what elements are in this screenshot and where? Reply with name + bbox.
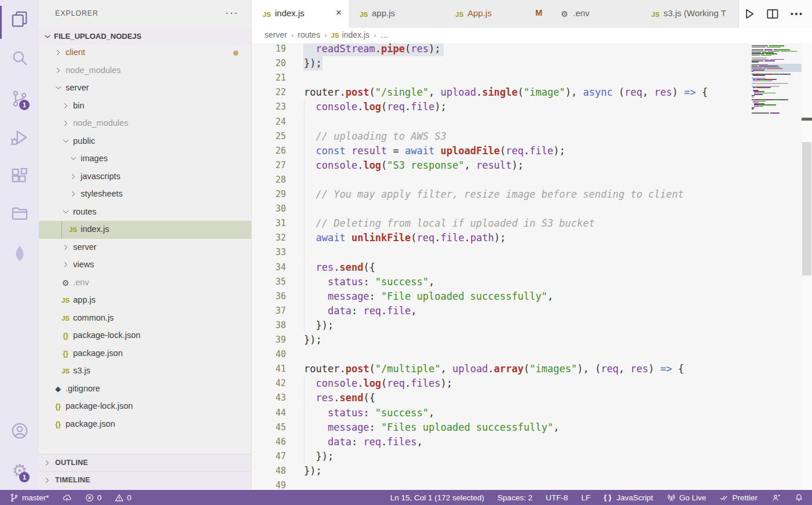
tree-item-package.json[interactable]: {}package.json <box>39 416 251 434</box>
code-text: }); <box>304 318 334 333</box>
code-line-20: 20}); <box>252 56 812 71</box>
project-root-header[interactable]: FILE_UPLOAD_NODEJS <box>39 28 251 45</box>
breadcrumb-item[interactable]: routes <box>298 30 320 39</box>
tree-item-package-lock.json[interactable]: {}package-lock.json <box>39 398 251 416</box>
activity-item-extensions[interactable] <box>0 161 39 193</box>
code-text: }); <box>304 56 322 71</box>
chevron-down-icon <box>69 154 78 164</box>
activity-item-settings[interactable]: ⚙1 <box>0 455 39 487</box>
panel-header-outline[interactable]: OUTLINE <box>39 454 251 472</box>
explorer-more-actions-icon[interactable]: ··· <box>225 6 238 19</box>
tree-item-app.js[interactable]: JSapp.js <box>39 292 251 310</box>
code-text: readStream.pipe(res); <box>304 43 441 56</box>
activity-item-search[interactable] <box>0 42 39 74</box>
activity-item-source-control[interactable]: 1 <box>0 82 39 115</box>
status-cursor-position[interactable]: Ln 15, Col 1 (172 selected) <box>389 490 485 505</box>
breadcrumb-item[interactable]: server <box>264 30 287 39</box>
line-number: 19 <box>252 43 286 56</box>
extensions-icon <box>10 167 30 187</box>
tree-item-stylesheets[interactable]: stylesheets <box>39 186 251 204</box>
activity-item-explorer[interactable] <box>0 3 39 35</box>
tree-item-server[interactable]: server <box>39 239 251 257</box>
activity-item-remote-explorer[interactable] <box>0 197 39 230</box>
accounts-icon <box>10 421 30 441</box>
code-line-47: 47 }); <box>252 449 812 464</box>
status-feedback[interactable] <box>770 490 782 505</box>
tree-item-.gitignore[interactable]: ◆.gitignore <box>39 380 251 398</box>
breadcrumb-item[interactable]: … <box>380 30 388 39</box>
tree-item-index.js[interactable]: JSindex.js <box>39 221 251 239</box>
status-warnings[interactable]: 0 <box>113 490 133 505</box>
status-label: Ln 15, Col 1 (172 selected) <box>390 493 484 502</box>
more-actions-icon[interactable] <box>789 6 804 21</box>
tab-index.js[interactable]: JSindex.js× <box>252 0 349 28</box>
tree-item-s3.js[interactable]: JSs3.js <box>39 362 251 380</box>
status-prettier[interactable]: Prettier <box>718 490 759 505</box>
folder-label: server <box>66 83 89 92</box>
breadcrumb-item[interactable]: JSindex.js <box>331 30 370 39</box>
code-line-28: 28 <box>252 173 812 187</box>
tree-item-routes[interactable]: routes <box>39 204 251 221</box>
line-number: 32 <box>252 231 286 245</box>
chevron-down-icon <box>43 32 52 41</box>
folder-label: stylesheets <box>81 189 123 198</box>
folder-label: public <box>73 136 95 146</box>
active-indicator <box>0 6 2 39</box>
close-icon[interactable]: × <box>336 7 342 19</box>
run-file-icon[interactable] <box>741 6 756 21</box>
tree-item-common.js[interactable]: JScommon.js <box>39 310 251 328</box>
chevron-down-icon <box>61 137 71 146</box>
split-editor-icon[interactable] <box>765 6 780 21</box>
editor-scrollbar[interactable] <box>802 43 812 490</box>
indent-guide <box>304 115 304 129</box>
tree-item-.env[interactable]: ⚙.env <box>39 274 251 292</box>
folder-label: bin <box>73 101 84 110</box>
tab-label: App.js <box>467 8 492 18</box>
person-icon <box>771 493 781 503</box>
braces-file-icon: {} <box>60 330 71 341</box>
tree-item-client[interactable]: client <box>39 44 251 62</box>
status-notifications[interactable] <box>793 490 805 505</box>
minimap-line <box>752 83 788 84</box>
minimap-line <box>752 112 781 114</box>
code-editor[interactable]: 19 readStream.pipe(res);20});2122router.… <box>252 43 812 490</box>
status-eol[interactable]: LF <box>580 490 592 505</box>
doublecheck-icon <box>719 493 729 503</box>
tree-item-server[interactable]: server <box>39 79 251 97</box>
tab-.env[interactable]: ⚙.env <box>550 0 641 28</box>
folder-label: server <box>73 242 96 252</box>
file-label: .gitignore <box>66 384 100 393</box>
badge: 1 <box>19 100 30 110</box>
chevron-right-icon <box>61 119 71 128</box>
code-line-48: 48}); <box>252 464 812 478</box>
panel-header-timeline[interactable]: TIMELINE <box>39 471 251 489</box>
status-encoding[interactable]: UTF-8 <box>545 490 569 505</box>
tree-item-javascripts[interactable]: javascripts <box>39 168 251 186</box>
status-language-mode[interactable]: { }JavaScript <box>603 490 654 505</box>
activity-item-mongodb[interactable] <box>0 237 39 270</box>
tab-App.js[interactable]: JSApp.jsM <box>444 0 550 28</box>
status-publish-changes[interactable] <box>61 490 73 505</box>
status-go-live[interactable]: Go Live <box>665 490 708 505</box>
tree-item-public[interactable]: public <box>39 133 251 151</box>
tree-item-node_modules[interactable]: node_modules <box>39 115 251 133</box>
activity-item-run-and-debug[interactable] <box>0 121 39 154</box>
breadcrumb-label: index.js <box>342 30 369 39</box>
tree-item-package-lock.json[interactable]: {}package-lock.json <box>39 327 251 345</box>
braces-file-icon: {} <box>53 419 63 430</box>
tree-item-views[interactable]: views <box>39 256 251 274</box>
minimap[interactable] <box>751 43 802 490</box>
activity-item-accounts[interactable] <box>0 415 39 447</box>
tab-s3.js[interactable]: JSs3.js (Working T <box>640 0 739 28</box>
tab-app.js[interactable]: JSapp.js <box>349 0 445 28</box>
code-line-31: 31 // Deleting from local if uploaded in… <box>252 216 812 231</box>
tree-item-images[interactable]: images <box>39 150 251 168</box>
tree-item-node_modules[interactable]: node_modules <box>39 62 251 80</box>
scrollbar-thumb[interactable] <box>802 142 811 275</box>
tree-item-bin[interactable]: bin <box>39 97 251 115</box>
status-indentation[interactable]: Spaces: 2 <box>496 490 534 505</box>
tree-item-package.json[interactable]: {}package.json <box>39 345 251 363</box>
status-errors[interactable]: 0 <box>84 490 103 505</box>
tree-indent-guide <box>61 221 62 239</box>
status-git-branch[interactable]: master* <box>8 490 50 505</box>
